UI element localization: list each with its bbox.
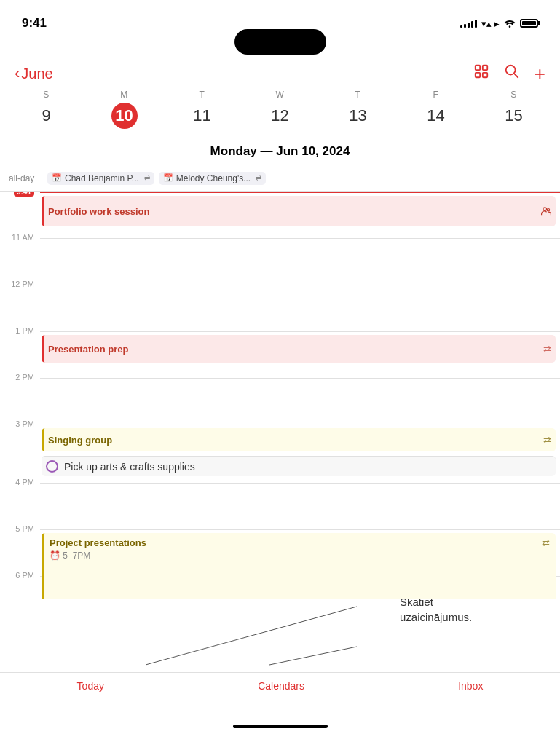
hour-11am: 11 AM — [0, 238, 560, 285]
hour-label: 12 PM — [11, 280, 34, 288]
svg-rect-3 — [476, 73, 480, 77]
day-number: 11 — [189, 103, 216, 129]
svg-rect-4 — [483, 73, 487, 77]
repeat-icon: ⇄ — [543, 435, 551, 446]
svg-rect-2 — [483, 66, 487, 70]
hour-label-area: 6 PM — [0, 576, 40, 599]
hour-content-2pm — [40, 378, 560, 425]
hour-content-12 — [40, 285, 560, 331]
day-col-sat[interactable]: S 15 — [485, 90, 543, 129]
day-number-today: 10 — [111, 103, 138, 129]
hour-label-area: 2 PM — [0, 378, 40, 425]
week-strip: S 9 M 10 T 11 W 12 T 13 F 14 S 15 — [0, 90, 560, 135]
day-letter: W — [276, 90, 285, 100]
hour-label-area: 3 PM — [0, 425, 40, 483]
dynamic-island — [234, 29, 326, 55]
hour-content-1pm: Presentation prep ⇄ — [40, 331, 560, 378]
event-portfolio[interactable]: Portfolio work session — [42, 196, 556, 226]
hour-12pm: 12 PM — [0, 285, 560, 331]
hour-content-3pm: Singing group ⇄ Pick up arts & crafts su… — [40, 425, 560, 483]
hour-label: 3 PM — [15, 419, 34, 428]
reminder-circle-icon — [46, 460, 58, 473]
day-col-fri[interactable]: F 14 — [407, 90, 465, 129]
hour-2pm: 2 PM — [0, 378, 560, 425]
reminder-pickup[interactable]: Pick up arts & crafts supplies — [42, 456, 556, 476]
month-back-label[interactable]: June — [21, 66, 52, 82]
calendar-icon: 📅 — [163, 173, 173, 183]
wifi-icon — [504, 19, 516, 28]
day-col-sun[interactable]: S 9 — [17, 90, 76, 129]
tab-today[interactable]: Today — [77, 680, 104, 692]
day-col-thu[interactable]: T 13 — [329, 90, 387, 129]
day-number: 14 — [423, 103, 449, 129]
hour-label-area: 11 AM — [0, 238, 40, 285]
home-indicator — [233, 725, 328, 728]
hour-content-4pm — [40, 483, 560, 529]
day-letter: M — [120, 90, 128, 100]
nav-actions: + — [473, 63, 545, 84]
hour-label-area: 5 PM — [0, 529, 40, 576]
hour-5pm: 5 PM Project presentations ⇄ ⏰ 5–7PM — [0, 529, 560, 576]
svg-point-0 — [509, 25, 511, 28]
tab-today-label: Today — [77, 680, 104, 692]
status-time: 9:41 — [22, 16, 47, 31]
all-day-event-chad[interactable]: 📅 Chad Benjamin P... ⇄ — [47, 172, 154, 185]
back-button[interactable]: ‹ June — [15, 64, 53, 83]
all-day-event-melody[interactable]: 📅 Melody Cheung's... ⇄ — [159, 172, 266, 185]
day-col-tue[interactable]: T 11 — [173, 90, 232, 129]
hour-4pm: 4 PM — [0, 483, 560, 529]
hour-label-area: 9:41 — [0, 192, 40, 238]
hour-label-area: 4 PM — [0, 483, 40, 529]
hour-label: 4 PM — [15, 478, 34, 486]
hour-1pm: 1 PM Presentation prep ⇄ — [0, 331, 560, 378]
tab-inbox-label: Inbox — [458, 680, 483, 692]
battery-icon — [520, 19, 538, 28]
battery-fill — [522, 21, 536, 25]
day-number: 12 — [267, 103, 293, 129]
chevron-left-icon: ‹ — [15, 64, 20, 83]
hour-content-11 — [40, 238, 560, 285]
add-event-icon[interactable]: + — [535, 64, 545, 83]
event-title: Chad Benjamin P... — [65, 173, 139, 184]
day-letter: T — [355, 90, 361, 100]
phone-frame: 9:41 ▾▴ ▸ ‹ June — [0, 0, 560, 734]
svg-point-7 — [543, 208, 547, 211]
day-number: 15 — [501, 103, 527, 129]
svg-line-10 — [269, 647, 357, 665]
tab-inbox[interactable]: Inbox — [458, 680, 483, 692]
reminder-text: Pick up arts & crafts supplies — [64, 461, 195, 473]
wifi-icon: ▾▴ ▸ — [481, 18, 500, 29]
person-group-icon — [541, 206, 551, 216]
hour-label: 5 PM — [15, 524, 34, 533]
hour-label: 11 AM — [12, 233, 34, 242]
tab-calendars[interactable]: Calendars — [258, 680, 304, 692]
day-number: 9 — [33, 103, 60, 129]
hour-label: 6 PM — [15, 571, 34, 580]
search-icon[interactable] — [504, 63, 520, 84]
grid-view-icon[interactable] — [473, 63, 489, 84]
event-title: Project presentations — [50, 537, 146, 548]
status-icons: ▾▴ ▸ — [460, 18, 538, 29]
day-letter: S — [43, 90, 50, 100]
event-title: Presentation prep — [48, 344, 129, 355]
event-subtitle: ⏰ 5–7PM — [50, 550, 550, 561]
event-title: Singing group — [48, 435, 112, 446]
hour-10am: 9:41 Portfolio work session — [0, 192, 560, 238]
hour-label: 1 PM — [15, 326, 34, 335]
tab-calendars-label: Calendars — [258, 680, 304, 692]
svg-line-9 — [146, 607, 357, 665]
date-heading: Monday — Jun 10, 2024 — [0, 135, 560, 165]
timeline-scroll: 9:41 Portfolio work session 11 AM — [0, 192, 560, 599]
day-col-mon[interactable]: M 10 — [95, 90, 154, 129]
day-number: 13 — [345, 103, 371, 129]
event-presentation-prep[interactable]: Presentation prep ⇄ — [42, 335, 556, 363]
repeat-icon: ⇄ — [542, 537, 550, 548]
hour-label: 2 PM — [15, 373, 34, 382]
repeat-icon: ⇄ — [543, 344, 551, 355]
svg-point-8 — [547, 209, 550, 212]
event-project-presentations[interactable]: Project presentations ⇄ ⏰ 5–7PM — [42, 533, 556, 599]
hour-content-10: Portfolio work session — [40, 192, 560, 238]
day-col-wed[interactable]: W 12 — [251, 90, 309, 129]
event-singing-group[interactable]: Singing group ⇄ — [42, 428, 556, 451]
svg-line-6 — [514, 74, 518, 77]
